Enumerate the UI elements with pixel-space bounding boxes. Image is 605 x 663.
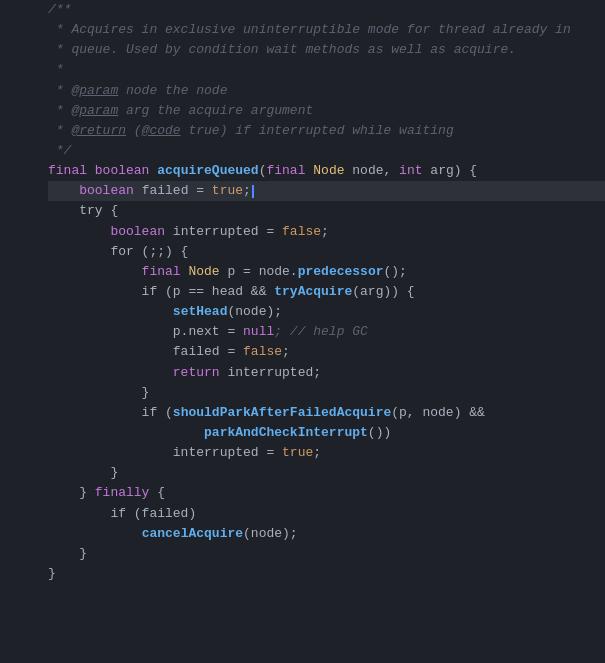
- code-line-3: * queue. Used by condition wait methods …: [48, 40, 605, 60]
- line-number-21: [0, 372, 30, 391]
- code-editor: /** * Acquires in exclusive uninterrupti…: [0, 0, 605, 663]
- line-number-9: [0, 149, 30, 168]
- token: *: [48, 101, 71, 121]
- line-number-20: [0, 353, 30, 372]
- token: (p, node) &&: [391, 403, 485, 423]
- token: parkAndCheckInterrupt: [204, 423, 368, 443]
- token: Node: [313, 161, 352, 181]
- line-number-25: [0, 446, 30, 465]
- token: interrupted =: [48, 443, 282, 463]
- line-number-17: [0, 298, 30, 317]
- token: @param: [71, 101, 118, 121]
- line-number-8: [0, 130, 30, 149]
- code-line-18: failed = false;: [48, 342, 605, 362]
- token: ;: [313, 443, 321, 463]
- token: cancelAcquire: [142, 524, 243, 544]
- code-line-28: }: [48, 544, 605, 564]
- code-line-17: p.next = null; // help GC: [48, 322, 605, 342]
- token: arg) {: [430, 161, 477, 181]
- token: (arg)) {: [352, 282, 414, 302]
- token: (node);: [243, 524, 298, 544]
- code-content[interactable]: /** * Acquires in exclusive uninterrupti…: [38, 0, 605, 663]
- token: }: [48, 564, 56, 584]
- token: acquireQueued: [157, 161, 258, 181]
- code-line-1: /**: [48, 0, 605, 20]
- token: (node);: [227, 302, 282, 322]
- token: ();: [384, 262, 407, 282]
- line-number-1: [0, 0, 30, 19]
- line-number-6: [0, 93, 30, 112]
- code-line-2: * Acquires in exclusive uninterruptible …: [48, 20, 605, 40]
- code-line-15: if (p == head && tryAcquire(arg)) {: [48, 282, 605, 302]
- token: setHead: [173, 302, 228, 322]
- token: for (;;) {: [48, 242, 188, 262]
- token: (: [259, 161, 267, 181]
- token: @param: [71, 81, 118, 101]
- line-number-3: [0, 37, 30, 56]
- token: finally: [95, 483, 150, 503]
- token: interrupted =: [173, 222, 282, 242]
- token: arg the acquire argument: [118, 101, 313, 121]
- token: node,: [352, 161, 399, 181]
- token: @return: [71, 121, 126, 141]
- token: final: [48, 262, 188, 282]
- line-number-24: [0, 428, 30, 447]
- token: *: [48, 121, 71, 141]
- code-line-23: interrupted = true;: [48, 443, 605, 463]
- token: false: [282, 222, 321, 242]
- line-number-12: [0, 205, 30, 224]
- token: p = node.: [227, 262, 297, 282]
- token: ; // help GC: [274, 322, 368, 342]
- token: false: [243, 342, 282, 362]
- token: failed =: [48, 342, 243, 362]
- line-number-26: [0, 465, 30, 484]
- token: final: [266, 161, 313, 181]
- line-number-27: [0, 483, 30, 502]
- token: (: [126, 121, 142, 141]
- token: node the node: [118, 81, 227, 101]
- token: failed =: [142, 181, 212, 201]
- line-number-4: [0, 56, 30, 75]
- token: interrupted;: [227, 363, 321, 383]
- token: tryAcquire: [274, 282, 352, 302]
- token: *: [48, 60, 64, 80]
- code-line-29: }: [48, 564, 605, 584]
- token: ;: [282, 342, 290, 362]
- text-cursor: [252, 185, 254, 198]
- token: */: [48, 141, 71, 161]
- line-number-14: [0, 242, 30, 261]
- code-line-5: * @param node the node: [48, 81, 605, 101]
- line-number-23: [0, 409, 30, 428]
- token: {: [149, 483, 165, 503]
- line-number-15: [0, 260, 30, 279]
- token: shouldParkAfterFailedAcquire: [173, 403, 391, 423]
- token: /**: [48, 0, 71, 20]
- token: true) if interrupted while waiting: [181, 121, 454, 141]
- code-line-8: */: [48, 141, 605, 161]
- code-line-11: try {: [48, 201, 605, 221]
- line-number-5: [0, 74, 30, 93]
- token: true: [212, 181, 243, 201]
- token: if (p == head &&: [48, 282, 274, 302]
- token: boolean: [48, 181, 142, 201]
- token: * queue. Used by condition wait methods …: [48, 40, 516, 60]
- code-line-16: setHead(node);: [48, 302, 605, 322]
- token: try {: [48, 201, 118, 221]
- line-number-28: [0, 502, 30, 521]
- line-number-16: [0, 279, 30, 298]
- line-number-10: [0, 167, 30, 186]
- token: }: [48, 463, 118, 483]
- token: ;: [321, 222, 329, 242]
- token: }: [48, 544, 87, 564]
- token: [48, 524, 142, 544]
- line-number-19: [0, 335, 30, 354]
- token: return: [48, 363, 227, 383]
- token: * Acquires in exclusive uninterruptible …: [48, 20, 571, 40]
- line-number-11: [0, 186, 30, 205]
- code-line-7: * @return (@code true) if interrupted wh…: [48, 121, 605, 141]
- token: [48, 423, 204, 443]
- code-line-24: }: [48, 463, 605, 483]
- token: }: [48, 483, 95, 503]
- token: ()): [368, 423, 391, 443]
- code-line-22: parkAndCheckInterrupt()): [48, 423, 605, 443]
